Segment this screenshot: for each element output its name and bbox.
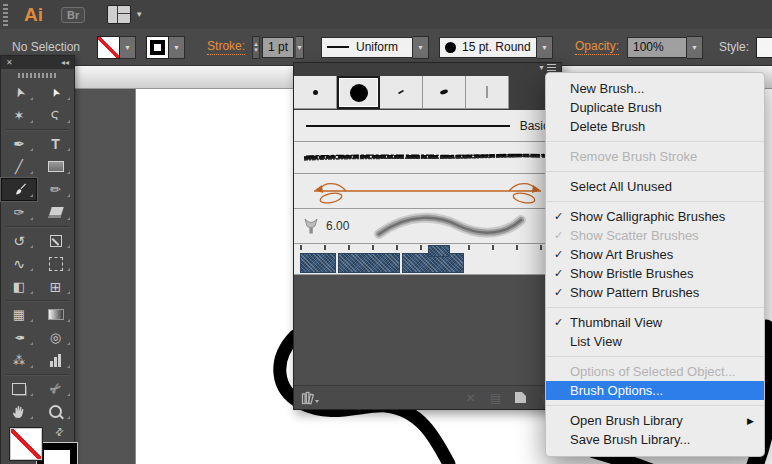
rectangle-tool[interactable]: [38, 155, 74, 178]
arrange-documents-button[interactable]: ▼: [107, 5, 143, 24]
brush-libraries-menu-icon[interactable]: [301, 391, 319, 405]
menu-item-open-brush-library[interactable]: Open Brush Library▶: [546, 411, 764, 430]
paintbrush-tool[interactable]: [1, 178, 37, 201]
chevron-down-icon[interactable]: ▼: [120, 36, 136, 59]
width-tool-icon: ∿: [13, 257, 25, 271]
menu-item-brush-options[interactable]: Brush Options...: [546, 381, 764, 400]
pencil-tool[interactable]: ✏: [38, 178, 74, 201]
fill-none-swatch[interactable]: [97, 36, 120, 59]
style-swatch[interactable]: [756, 37, 772, 58]
checkmark-icon: ✓: [554, 210, 570, 223]
stroke-weight-input[interactable]: 1 pt: [262, 37, 294, 58]
menu-item-show-bristle-brushes[interactable]: ✓Show Bristle Brushes: [546, 264, 764, 283]
type-tool[interactable]: T: [38, 132, 74, 155]
menu-item-label: List View: [570, 334, 754, 349]
stroke-swatch[interactable]: [146, 36, 169, 59]
pen-tool[interactable]: ✒: [1, 132, 37, 155]
menu-item-show-pattern-brushes[interactable]: ✓Show Pattern Brushes: [546, 283, 764, 302]
symbol-sprayer-tool[interactable]: ⁂: [1, 349, 37, 372]
lasso-tool[interactable]: Ϛ: [38, 104, 74, 127]
artboard-tool[interactable]: [1, 377, 37, 400]
close-icon[interactable]: ✕: [6, 59, 13, 67]
variable-width-profile-dropdown[interactable]: Uniform ▼: [321, 36, 429, 59]
calligraphic-brush-1[interactable]: [294, 76, 337, 109]
fill-color-dropdown[interactable]: ▼: [97, 36, 136, 59]
menu-item-delete-brush[interactable]: Delete Brush: [546, 117, 764, 136]
line-segment-tool[interactable]: ╱: [1, 155, 37, 178]
free-transform-tool[interactable]: [38, 252, 74, 275]
opacity-dropdown[interactable]: 100% ▼: [627, 36, 703, 59]
grip-handle-icon[interactable]: [3, 4, 8, 26]
menu-item-list-view[interactable]: List View: [546, 332, 764, 351]
stroke-weight-dropdown-button[interactable]: ▼: [296, 36, 304, 59]
blob-brush-tool[interactable]: ✑: [1, 201, 37, 224]
magic-wand-tool[interactable]: ✶: [1, 104, 37, 127]
mesh-tool[interactable]: ▦: [1, 303, 37, 326]
brush-definition-dropdown[interactable]: 15 pt. Round ▼: [439, 36, 553, 59]
brush-tip-preview: [350, 84, 368, 102]
charcoal-art-brush-row[interactable]: [294, 142, 561, 174]
stroke-label-link[interactable]: Stroke:: [207, 39, 245, 55]
style-dropdown[interactable]: ▼: [756, 37, 772, 58]
fill-indicator-swatch[interactable]: [10, 428, 42, 460]
arrow-art-brush-row[interactable]: [294, 174, 561, 209]
slice-tool[interactable]: ✄: [38, 377, 74, 400]
menu-item-label: Duplicate Brush: [570, 100, 754, 115]
blend-tool[interactable]: ◎: [38, 326, 74, 349]
new-brush-icon[interactable]: [515, 392, 526, 403]
brush-tip-preview: [440, 89, 449, 95]
application-bar: Ai Br ▼: [0, 0, 772, 30]
opacity-label-link[interactable]: Opacity:: [575, 39, 619, 55]
menu-item-save-brush-library[interactable]: Save Brush Library...: [546, 430, 764, 449]
calligraphic-brush-2[interactable]: [337, 76, 380, 109]
scale-tool[interactable]: [38, 229, 74, 252]
menu-separator: [546, 356, 764, 357]
menu-item-duplicate-brush[interactable]: Duplicate Brush: [546, 98, 764, 117]
stroke-color-dropdown[interactable]: ▼: [146, 36, 185, 59]
illustrator-logo: Ai: [24, 4, 43, 26]
calligraphic-brush-5[interactable]: [466, 76, 509, 109]
gradient-tool[interactable]: [38, 303, 74, 326]
bristle-brush-row[interactable]: 6.00: [294, 209, 561, 244]
chevron-down-icon[interactable]: ▼: [413, 36, 429, 59]
direct-selection-tool[interactable]: ➤: [38, 81, 74, 104]
zoom-tool[interactable]: [38, 400, 74, 423]
chevron-down-icon[interactable]: ▼: [169, 36, 185, 59]
basic-brush-row[interactable]: Basic: [294, 110, 561, 142]
brushes-panel-menu: New Brush...Duplicate BrushDelete BrushR…: [545, 72, 765, 457]
denim-pattern-brush-row[interactable]: [294, 244, 561, 275]
menu-item-show-calligraphic-brushes[interactable]: ✓Show Calligraphic Brushes: [546, 207, 764, 226]
menu-item-label: Show Bristle Brushes: [570, 266, 754, 281]
panel-grip-icon[interactable]: [1, 69, 74, 81]
rotate-tool[interactable]: ↺: [1, 229, 37, 252]
hand-tool[interactable]: [1, 400, 37, 423]
swap-fill-stroke-icon[interactable]: ⇄: [52, 425, 66, 439]
chevron-down-icon[interactable]: ▼: [687, 36, 703, 59]
eyedropper-tool[interactable]: ✒: [1, 326, 37, 349]
opacity-value[interactable]: 100%: [627, 37, 687, 58]
menu-item-show-art-brushes[interactable]: ✓Show Art Brushes: [546, 245, 764, 264]
shape-builder-tool[interactable]: ◧: [1, 275, 37, 298]
width-tool[interactable]: ∿: [1, 252, 37, 275]
menu-item-new-brush[interactable]: New Brush...: [546, 79, 764, 98]
perspective-grid-tool[interactable]: ⊞: [38, 275, 74, 298]
chevron-down-icon[interactable]: ▼: [537, 36, 553, 59]
stepper-down-icon[interactable]: ▼: [253, 47, 259, 53]
calligraphic-brush-3[interactable]: [380, 76, 423, 109]
bridge-button[interactable]: Br: [61, 7, 85, 23]
column-graph-tool[interactable]: [38, 349, 74, 372]
calligraphic-brush-4[interactable]: [423, 76, 466, 109]
options-of-selected-object-icon: ▤: [490, 392, 501, 404]
eyedropper-tool-icon: ✒: [14, 331, 25, 344]
rectangle-tool-icon: [48, 161, 64, 172]
eraser-tool[interactable]: [38, 201, 74, 224]
stroke-weight-stepper[interactable]: ▲ ▼: [252, 36, 260, 59]
basic-brush-preview: [306, 125, 510, 127]
collapse-panel-icon[interactable]: ◂◂: [61, 59, 69, 67]
chevron-down-icon: ▼: [538, 64, 545, 71]
stroke-indicator-swatch[interactable]: [37, 443, 77, 464]
menu-item-thumbnail-view[interactable]: ✓Thumbnail View: [546, 313, 764, 332]
menu-item-select-all-unused[interactable]: Select All Unused: [546, 177, 764, 196]
blob-brush-tool-icon: ✑: [14, 206, 25, 219]
selection-tool[interactable]: ➤: [1, 81, 37, 104]
